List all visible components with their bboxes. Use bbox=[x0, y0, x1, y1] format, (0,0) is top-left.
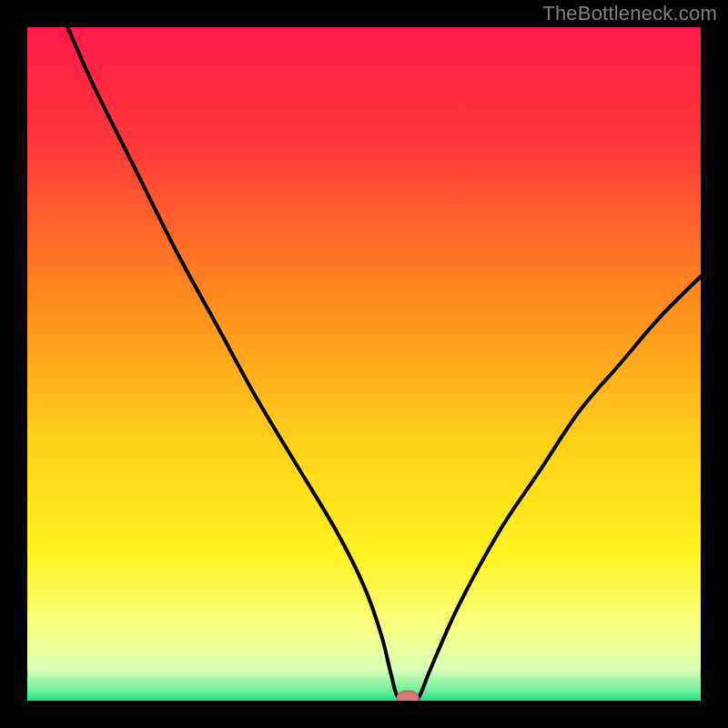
optimal-marker bbox=[397, 691, 419, 701]
gradient-background bbox=[27, 27, 701, 701]
chart-svg bbox=[27, 27, 701, 701]
watermark-text: TheBottleneck.com bbox=[542, 2, 717, 25]
chart-frame: TheBottleneck.com bbox=[0, 0, 728, 728]
plot-area bbox=[27, 27, 701, 701]
